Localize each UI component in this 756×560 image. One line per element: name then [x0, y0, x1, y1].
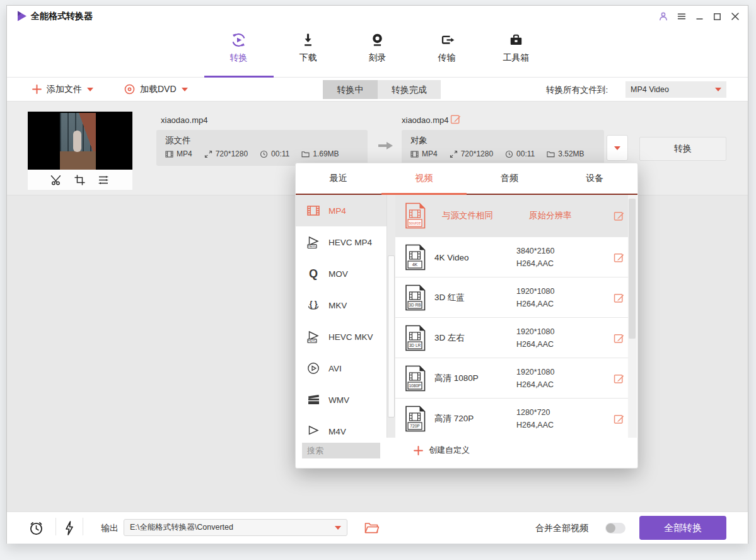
format-scrollbar-thumb[interactable]: [388, 255, 395, 417]
clip-tools: [28, 170, 132, 190]
nav-transfer[interactable]: 传输: [412, 26, 482, 77]
preset-popup-footer: 创建自定义: [296, 436, 637, 468]
folder-icon: [547, 150, 555, 158]
target-format-caret-icon: [715, 88, 721, 95]
titlebar: 全能格式转换器: [7, 6, 748, 26]
performance-bolt-icon[interactable]: [64, 520, 75, 536]
preset-dropdown-button[interactable]: [607, 135, 628, 161]
format-hevc-mp4[interactable]: HEVC HEVC MP4: [296, 226, 387, 258]
format-mov[interactable]: Q MOV: [296, 258, 387, 289]
source-format: MP4: [165, 149, 192, 158]
search-input[interactable]: [302, 443, 380, 458]
add-files-label: 添加文件: [47, 84, 82, 95]
convert-all-button[interactable]: 全部转换: [639, 516, 726, 540]
mp4-film-icon: [306, 204, 320, 218]
preset-scrollbar-thumb[interactable]: [629, 199, 636, 339]
film-icon: [165, 150, 173, 158]
nav-download[interactable]: 下载: [274, 26, 343, 77]
minimize-icon[interactable]: [695, 12, 704, 21]
target-duration: 00:11: [505, 149, 535, 158]
preset-specs: 3840*2160 H264,AAC: [516, 245, 554, 270]
target-filename: xiaodao.mp4: [402, 115, 448, 125]
output-path-select[interactable]: E:\全能格式转换器\Converted: [124, 519, 347, 536]
format-list: MP4 HEVC HEVC MP4 Q MO: [296, 195, 387, 438]
open-folder-icon[interactable]: [364, 522, 379, 534]
merge-videos-toggle[interactable]: [605, 523, 625, 534]
load-dvd-caret-icon: [182, 88, 188, 95]
format-mp4[interactable]: MP4: [296, 195, 387, 226]
svg-text:3D RB: 3D RB: [409, 303, 421, 307]
nav-burn[interactable]: 刻录: [343, 26, 412, 77]
crop-icon[interactable]: [74, 174, 86, 186]
target-panel-title: 对象: [410, 135, 427, 146]
plus-icon: [414, 446, 423, 455]
target-format-select[interactable]: MP4 Video: [625, 81, 726, 98]
film-icon: [410, 150, 419, 158]
convert-row-button[interactable]: 转换: [639, 137, 726, 161]
tab-recent[interactable]: 最近: [296, 163, 381, 194]
load-dvd-button[interactable]: 加载DVD: [124, 78, 188, 101]
merge-videos-label: 合并全部视频: [535, 523, 588, 534]
nav-toolbox[interactable]: 工具箱: [482, 26, 551, 77]
preset-row-1080p[interactable]: 1080P 高清 1080P 1920*1080 H264,AAC: [395, 358, 628, 399]
preset-list-scrollbar[interactable]: [628, 195, 637, 438]
format-hevc-mkv[interactable]: HEVC HEVC MKV: [296, 321, 387, 353]
tab-converting[interactable]: 转换中: [323, 80, 378, 99]
menu-icon[interactable]: [677, 11, 687, 21]
format-m4v[interactable]: M4V: [296, 416, 387, 438]
target-panel: 对象 MP4 720*1280: [402, 130, 604, 166]
dvd-icon: [124, 84, 135, 95]
nav-convert[interactable]: 转换: [204, 26, 274, 77]
preset-file-icon: 3D LR: [404, 325, 426, 351]
svg-text:4K: 4K: [412, 262, 418, 267]
tab-audio[interactable]: 音频: [467, 163, 552, 194]
preset-row-720p[interactable]: 720P 高清 720P 1280*720 H264,AAC: [395, 399, 628, 438]
user-icon[interactable]: [658, 11, 668, 21]
create-custom-button[interactable]: 创建自定义: [414, 436, 470, 464]
toolbox-icon: [508, 32, 525, 49]
schedule-clock-icon[interactable]: [28, 520, 44, 536]
file-list-area: xiaodao.mp4 源文件 MP4 720*1280: [7, 102, 748, 511]
target-format-value: MP4 Video: [631, 85, 669, 94]
close-icon[interactable]: [730, 11, 740, 21]
preset-row-source[interactable]: source 与源文件相同 原始分辨率: [395, 195, 628, 237]
edit-preset-icon[interactable]: [614, 292, 624, 303]
nav-burn-label: 刻录: [369, 52, 387, 64]
edit-preset-icon[interactable]: [614, 211, 624, 221]
preset-specs: 1280*720 H264,AAC: [516, 406, 554, 431]
adjust-sliders-icon[interactable]: [97, 174, 110, 186]
preset-row-3d-lr[interactable]: 3D LR 3D 左右 1920*1080 H264,AAC: [395, 318, 628, 358]
resize-icon: [450, 150, 458, 158]
edit-preset-icon[interactable]: [614, 373, 624, 383]
rename-edit-icon[interactable]: [450, 114, 461, 124]
clock-icon: [260, 150, 268, 158]
preset-name: 高清 1080P: [434, 373, 479, 384]
svg-text:source: source: [409, 221, 421, 225]
tab-device[interactable]: 设备: [552, 163, 638, 194]
transfer-icon: [438, 32, 455, 49]
trim-scissors-icon[interactable]: [50, 174, 62, 186]
preset-file-icon: 4K: [404, 244, 426, 271]
preset-source-name: 与源文件相同: [442, 210, 493, 221]
convert-to-label: 转换所有文件到:: [546, 85, 608, 96]
preset-specs: 1920*1080 H264,AAC: [516, 366, 554, 391]
nav-toolbox-label: 工具箱: [503, 52, 530, 64]
preset-row-3d-rb[interactable]: 3D RB 3D 红蓝 1920*1080 H264,AAC: [395, 277, 628, 318]
tab-finished[interactable]: 转换完成: [378, 80, 441, 99]
format-avi[interactable]: AVI: [296, 353, 387, 384]
preset-row-4k[interactable]: 4K 4K Video 3840*2160 H264,AAC: [395, 237, 628, 277]
maximize-icon[interactable]: [712, 12, 722, 21]
edit-preset-icon[interactable]: [614, 413, 624, 424]
format-list-scrollbar[interactable]: [387, 195, 395, 438]
target-resolution: 720*1280: [450, 149, 493, 158]
add-files-button[interactable]: 添加文件: [32, 78, 93, 101]
format-wmv[interactable]: WMV: [296, 384, 387, 416]
edit-preset-icon[interactable]: [614, 252, 624, 262]
preset-name: 3D 左右: [434, 332, 465, 344]
tab-video[interactable]: 视频: [381, 163, 467, 194]
format-mkv[interactable]: { } MKV: [296, 289, 387, 321]
m4v-play-icon: [306, 424, 320, 438]
preset-name: 3D 红蓝: [434, 292, 465, 303]
output-label: 输出: [101, 523, 119, 534]
edit-preset-icon[interactable]: [614, 332, 624, 343]
